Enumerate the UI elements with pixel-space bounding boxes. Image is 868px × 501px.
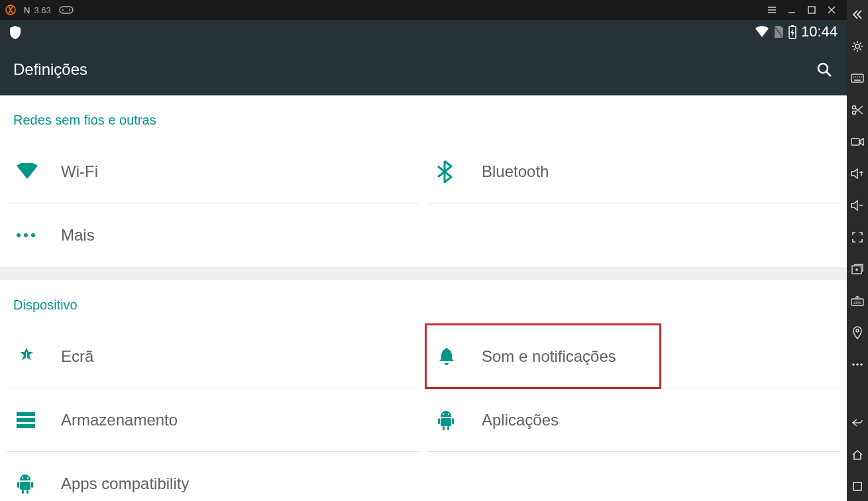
svg-rect-18	[452, 418, 454, 424]
settings-item-sound[interactable]: Som e notificações	[427, 325, 840, 388]
location-icon[interactable]	[847, 323, 868, 342]
svg-rect-26	[22, 490, 24, 494]
settings-item-bluetooth[interactable]: Bluetooth	[427, 140, 840, 203]
item-label: Wi-Fi	[61, 162, 98, 181]
app-logo-icon	[5, 5, 16, 15]
settings-content: Redes sem fios e outras Wi-Fi Bluetooth …	[0, 95, 847, 501]
more-icon	[13, 233, 61, 238]
wifi-status-icon	[755, 26, 769, 38]
svg-point-9	[24, 233, 28, 237]
svg-rect-40	[853, 482, 861, 490]
apps-icon	[434, 410, 482, 430]
svg-rect-13	[17, 424, 35, 428]
section-header-device: Dispositivo	[0, 280, 847, 325]
back-icon[interactable]	[847, 414, 868, 432]
collapse-icon[interactable]	[847, 5, 868, 24]
section-divider	[0, 267, 847, 280]
svg-point-38	[856, 363, 859, 366]
svg-rect-32	[851, 139, 859, 145]
svg-rect-17	[438, 418, 440, 424]
recents-icon[interactable]	[847, 477, 868, 496]
svg-rect-16	[441, 418, 451, 426]
svg-point-8	[17, 233, 21, 237]
svg-rect-4	[808, 7, 815, 13]
settings-appbar: Definições	[0, 44, 847, 95]
item-label: Armazenamento	[61, 411, 178, 429]
svg-point-15	[448, 413, 449, 414]
svg-point-2	[62, 9, 64, 11]
emulator-side-toolbar: APK	[847, 0, 868, 501]
svg-point-14	[443, 413, 444, 414]
svg-point-36	[856, 329, 859, 332]
settings-item-more[interactable]: Mais	[7, 203, 419, 267]
android-statusbar: 10:44	[0, 20, 847, 44]
svg-rect-27	[27, 490, 28, 494]
svg-rect-19	[443, 426, 445, 430]
svg-rect-23	[20, 482, 30, 490]
svg-point-21	[22, 477, 23, 478]
svg-point-10	[31, 233, 35, 237]
android-icon	[13, 474, 61, 494]
record-icon[interactable]	[847, 133, 868, 151]
apk-icon[interactable]: APK	[847, 292, 868, 310]
svg-rect-20	[447, 426, 449, 430]
settings-gear-icon[interactable]	[847, 37, 868, 56]
home-icon[interactable]	[847, 445, 868, 464]
settings-item-apps[interactable]: Aplicações	[427, 388, 840, 452]
svg-rect-11	[17, 412, 35, 416]
wifi-icon	[13, 163, 61, 180]
item-label: Aplicações	[482, 411, 559, 429]
svg-point-39	[860, 363, 863, 366]
settings-item-wifi[interactable]: Wi-Fi	[7, 140, 419, 203]
volume-up-icon[interactable]	[847, 164, 868, 183]
bell-icon	[434, 346, 482, 367]
item-label: Mais	[61, 226, 95, 245]
titlebar-n: N	[24, 5, 30, 15]
settings-item-compat[interactable]: Apps compatibility	[7, 452, 419, 501]
svg-point-3	[69, 9, 70, 11]
svg-point-28	[855, 44, 859, 48]
bluetooth-icon	[434, 160, 482, 183]
item-label: Bluetooth	[482, 162, 549, 181]
status-time: 10:44	[801, 23, 838, 40]
search-button[interactable]	[815, 60, 834, 79]
volume-down-icon[interactable]	[847, 196, 868, 215]
svg-rect-29	[851, 74, 863, 82]
item-label: Apps compatibility	[61, 474, 189, 493]
gamepad-icon	[59, 5, 74, 15]
scissors-icon[interactable]	[847, 101, 868, 119]
sim-status-icon	[773, 25, 784, 38]
add-window-icon[interactable]	[847, 260, 868, 278]
minimize-button[interactable]	[782, 0, 802, 20]
menu-icon[interactable]	[762, 0, 782, 20]
svg-rect-12	[17, 418, 35, 422]
maximize-button[interactable]	[802, 0, 822, 20]
battery-charging-icon	[788, 25, 797, 39]
page-title: Definições	[13, 60, 87, 79]
storage-icon	[13, 412, 61, 429]
svg-point-37	[852, 363, 855, 366]
settings-item-storage[interactable]: Armazenamento	[7, 388, 419, 452]
svg-point-7	[818, 64, 828, 73]
svg-rect-1	[60, 7, 73, 13]
svg-text:APK: APK	[853, 301, 861, 305]
item-label: Ecrã	[61, 347, 93, 366]
shield-icon	[9, 25, 23, 38]
svg-rect-25	[31, 482, 33, 488]
fullscreen-icon[interactable]	[847, 228, 868, 247]
settings-item-display[interactable]: Ecrã	[7, 325, 419, 388]
svg-rect-6	[791, 25, 794, 27]
emulator-titlebar: N 3.63	[0, 0, 847, 20]
item-label: Som e notificações	[482, 347, 616, 366]
display-icon	[13, 346, 61, 367]
svg-rect-24	[17, 482, 19, 488]
titlebar-version: 3.63	[34, 5, 50, 15]
more-tools-icon[interactable]	[847, 355, 868, 374]
keyboard-icon[interactable]	[847, 69, 868, 87]
svg-point-22	[27, 477, 28, 478]
section-header-wireless: Redes sem fios e outras	[0, 95, 847, 140]
close-button[interactable]	[822, 0, 841, 20]
